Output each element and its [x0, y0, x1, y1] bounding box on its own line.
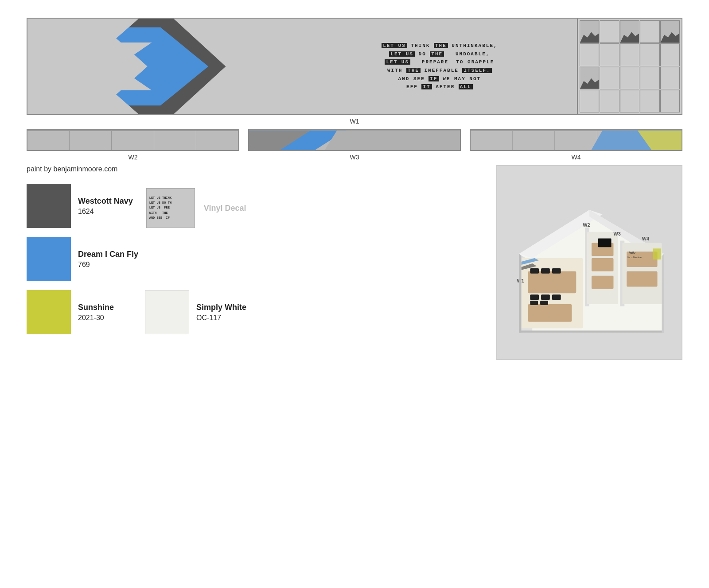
grid-cell [640, 67, 659, 89]
swatch-row-3: Sunshine 2021-30 Simply White OC-117 [27, 290, 479, 334]
w2-section: W2 [27, 129, 239, 161]
w4-hello-text: hello [484, 148, 537, 151]
w1-graphic [27, 19, 302, 114]
grid-cell [660, 90, 680, 112]
vinyl-line: LET US PRE [149, 205, 192, 210]
svg-rect-32 [530, 268, 539, 274]
w1-grid [577, 19, 682, 114]
swatch-white: Simply White OC-117 [145, 290, 246, 334]
w1-label: W1 [27, 118, 682, 125]
svg-rect-44 [598, 239, 612, 248]
vinyl-label: Vinyl Decal [204, 204, 246, 213]
vinyl-line: LET US DO TH [149, 201, 192, 205]
swatch-name-westcott: Westcott Navy [78, 197, 133, 206]
vinyl-preview: LET US THINK LET US DO TH LET US PRE WIT… [146, 188, 195, 228]
w3-section: W3 [248, 129, 461, 161]
floorplan-area: hello It's coffee time W1 W2 W3 W4 [496, 165, 682, 360]
w2-label: W2 [27, 154, 239, 161]
svg-rect-38 [528, 304, 572, 322]
grid-cell [600, 67, 619, 89]
swatch-info-dream: Dream I Can Fly 769 [78, 250, 138, 269]
vinyl-area: LET US THINK LET US DO TH LET US PRE WIT… [146, 188, 246, 228]
grid-cell [660, 67, 680, 89]
grid-cell [600, 43, 619, 66]
svg-rect-43 [592, 276, 614, 289]
w1-arrows-svg [27, 19, 302, 114]
grid-cell [620, 20, 639, 43]
svg-marker-52 [519, 254, 522, 333]
swatch-name-dream: Dream I Can Fly [78, 250, 138, 259]
grid-cell [620, 43, 639, 66]
paint-credit: paint by benjaminmoore.com [27, 165, 479, 173]
w2-panel [27, 129, 239, 151]
swatch-code-westcott: 1624 [78, 208, 133, 216]
svg-rect-47 [653, 248, 661, 259]
svg-marker-53 [519, 331, 664, 333]
swatch-info-westcott: Westcott Navy 1624 [78, 197, 133, 216]
w1-panel: LET US THINK THE UNTHINKABLE, LET US DO … [27, 18, 682, 115]
swatch-name-sunshine: Sunshine [78, 303, 114, 312]
grid-cell [600, 90, 619, 112]
svg-rect-36 [541, 294, 550, 300]
grid-cell [640, 20, 659, 43]
svg-marker-12 [315, 131, 460, 151]
bottom-section: paint by benjaminmoore.com Westcott Navy… [27, 165, 682, 360]
swatch-code-white: OC-117 [196, 314, 246, 322]
swatch-info-white: Simply White OC-117 [196, 303, 246, 322]
paint-info: paint by benjaminmoore.com Westcott Navy… [27, 165, 479, 360]
swatch-code-sunshine: 2021-30 [78, 314, 114, 322]
w234-row: W2 [27, 129, 682, 161]
grid-cell [660, 43, 680, 66]
grid-cell [580, 67, 599, 89]
swatch-westcott: Westcott Navy 1624 [27, 184, 133, 228]
svg-text:It's coffee time: It's coffee time [627, 256, 642, 259]
fp-w2-label: W2 [583, 222, 590, 228]
svg-rect-46 [627, 271, 657, 287]
svg-text:hello: hello [629, 251, 635, 254]
w3-panel [248, 129, 461, 151]
swatch-box-westcott [27, 184, 71, 228]
swatch-box-white [145, 290, 189, 334]
swatch-dream: Dream I Can Fly 769 [27, 237, 138, 281]
svg-rect-31 [528, 271, 576, 294]
grid-cell [580, 43, 599, 66]
grid-cell [640, 43, 659, 66]
swatch-box-sunshine [27, 290, 71, 334]
svg-rect-39 [530, 301, 538, 305]
color-swatches: Westcott Navy 1624 LET US THINK LET US D… [27, 184, 479, 334]
w4-label: W4 [470, 154, 682, 161]
w4-section: hello It's coffee time W4 [470, 129, 682, 161]
fp-w3-label: W3 [613, 231, 620, 236]
floorplan-box: hello It's coffee time W1 W2 W3 W4 [496, 165, 682, 360]
grid-cell [620, 90, 639, 112]
vinyl-line: LET US THINK [149, 196, 192, 201]
svg-rect-34 [552, 268, 561, 274]
w1-quote-area: LET US THINK THE UNTHINKABLE, LET US DO … [302, 19, 577, 114]
swatch-sunshine: Sunshine 2021-30 [27, 290, 114, 334]
w4-text-area: hello It's coffee time [484, 148, 537, 151]
vinyl-line: WITH THE [149, 211, 192, 216]
swatch-code-dream: 769 [78, 261, 138, 269]
w4-panel: hello It's coffee time [470, 129, 682, 151]
grid-cell [580, 90, 599, 112]
w1-quote-text: LET US THINK THE UNTHINKABLE, LET US DO … [382, 42, 497, 91]
grid-cell [620, 67, 639, 89]
svg-rect-37 [552, 294, 561, 300]
w3-shapes [249, 130, 460, 151]
swatch-row-2: Dream I Can Fly 769 [27, 237, 479, 281]
w3-label: W3 [248, 154, 461, 161]
svg-rect-35 [530, 294, 539, 300]
floorplan-svg: hello It's coffee time W1 W2 W3 W4 [497, 166, 682, 359]
svg-rect-33 [541, 268, 550, 274]
swatch-row-1: Westcott Navy 1624 LET US THINK LET US D… [27, 184, 479, 228]
swatch-box-dream [27, 237, 71, 281]
w2-base [27, 130, 238, 150]
swatch-name-white: Simply White [196, 303, 246, 312]
svg-marker-54 [662, 254, 664, 333]
grid-cell [580, 20, 599, 43]
grid-cell [660, 20, 680, 43]
svg-rect-42 [592, 258, 614, 271]
grid-cell [640, 90, 659, 112]
grid-cell [600, 20, 619, 43]
w1-section: LET US THINK THE UNTHINKABLE, LET US DO … [27, 18, 682, 125]
